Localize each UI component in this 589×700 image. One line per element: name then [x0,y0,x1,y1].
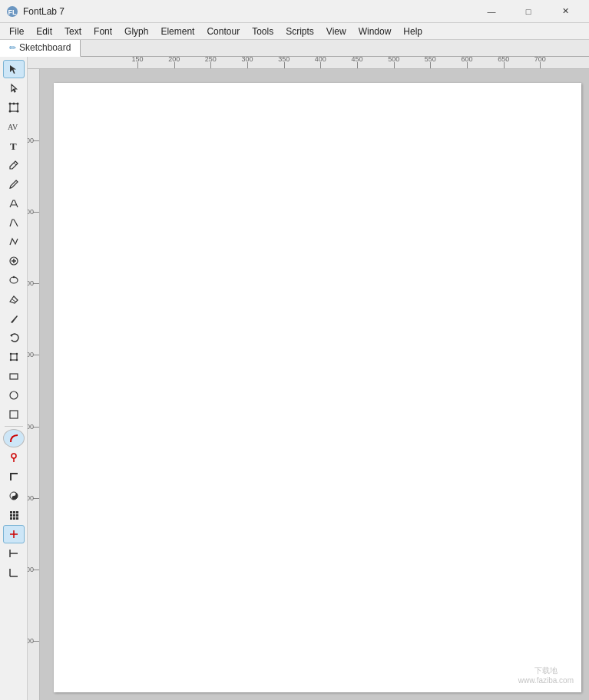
canvas-wrapper[interactable]: 150200250300350400450500550600650700 100… [28,57,589,700]
ruler-label-h: 400 [315,57,326,63]
ruler-tick-h [467,62,468,68]
app-title: FontLab 7 [23,6,474,17]
ruler-label-h: 350 [278,57,290,63]
svg-rect-35 [13,514,15,517]
svg-rect-33 [16,511,18,513]
ruler-label-h: 450 [351,57,362,63]
yin-yang-tool[interactable] [3,487,25,505]
svg-line-17 [12,299,15,302]
brush-tool[interactable] [3,175,25,193]
ruler-label-v: 700 [28,208,34,216]
menu-item-window[interactable]: Window [352,23,398,40]
corner-round-tool[interactable] [3,429,25,447]
svg-point-7 [12,103,15,105]
pin-tool[interactable] [3,448,25,467]
ruler-tick-h [284,62,285,68]
rectangle-tool[interactable] [3,367,25,385]
transform-tool[interactable] [3,98,25,117]
menu-item-file[interactable]: File [3,23,30,40]
toolbar: AVT [0,57,28,700]
svg-rect-31 [10,511,12,513]
tab-sketchboard[interactable]: ✏Sketchboard [0,40,81,57]
menu-item-font[interactable]: Font [88,23,118,40]
ruler-label-v: 600 [28,279,34,287]
add-point-tool[interactable] [3,252,25,270]
ruler-tick-v [33,140,39,141]
arrow-select-tool[interactable] [3,79,25,97]
ruler-tool-tool[interactable] [3,544,25,563]
ruler-label-v: 200 [28,566,34,573]
svg-point-24 [10,391,18,399]
svg-point-19 [9,353,11,355]
canvas-page [54,83,581,692]
transform-box-tool[interactable] [3,348,25,366]
svg-rect-18 [11,354,17,360]
maximize-button[interactable]: □ [511,0,546,23]
svg-rect-37 [10,517,12,520]
svg-rect-32 [13,511,15,513]
ruler-tick-v [33,570,39,570]
menu-item-scripts[interactable]: Scripts [280,23,320,40]
minimize-button[interactable]: — [474,0,509,23]
ellipse-tool-tool[interactable] [3,271,25,289]
text-tool-tool[interactable]: T [3,137,25,155]
circle-tool[interactable] [3,386,25,404]
tab-bar: ✏Sketchboard [0,40,589,57]
ruler-tick-h [137,62,138,68]
svg-point-21 [9,359,11,361]
ruler-label-h: 150 [131,57,143,63]
ruler-label-h: 600 [461,57,472,63]
svg-point-20 [15,353,17,355]
cross-tool[interactable] [3,525,25,543]
pen-x-tool[interactable] [3,233,25,251]
menu-bar: FileEditTextFontGlyphElementContourTools… [0,23,589,40]
menu-item-edit[interactable]: Edit [30,23,58,40]
ruler-tick-h [540,62,541,68]
menu-item-text[interactable]: Text [58,23,88,40]
app-icon: FL [6,5,18,18]
tab-label: Sketchboard [19,42,71,53]
ruler-label-h: 700 [534,57,546,63]
svg-point-22 [15,359,17,361]
square-tool[interactable] [3,405,25,424]
anchor-tool[interactable] [3,563,25,582]
svg-text:T: T [10,140,17,151]
pencil-tool[interactable] [3,156,25,174]
svg-rect-39 [16,517,18,520]
menu-item-element[interactable]: Element [154,23,200,40]
grid-tool[interactable] [3,506,25,524]
menu-item-contour[interactable]: Contour [200,23,246,40]
erase-tool[interactable] [3,290,25,309]
ruler-label-h: 650 [498,57,509,63]
ruler-label-h: 500 [388,57,399,63]
knife-tool[interactable] [3,309,25,328]
ruler-tick-h [210,62,211,68]
ruler-left: 100200300400500600700800 [28,69,40,700]
svg-point-6 [16,111,18,113]
window-controls: — □ ✕ [474,0,583,23]
ruler-label-h: 550 [425,57,436,63]
svg-rect-23 [10,374,18,379]
ruler-tick-h [247,62,248,68]
svg-point-30 [13,497,15,499]
pen-tool[interactable] [3,194,25,213]
ruler-tick-h [320,62,321,68]
corner-l-tool[interactable] [3,467,25,486]
canvas[interactable] [40,69,589,700]
menu-item-tools[interactable]: Tools [246,23,280,40]
tool-separator [5,426,23,427]
menu-item-glyph[interactable]: Glyph [118,23,154,40]
rotate-tool[interactable] [3,329,25,347]
ruler-tick-v [33,212,39,213]
ruler-tick-v [33,283,39,284]
pointer-select-tool[interactable] [3,60,25,78]
watermark: 下载地 www.faziba.com [518,665,574,685]
svg-point-15 [10,277,18,283]
ruler-label-v: 300 [28,494,34,502]
menu-item-view[interactable]: View [320,23,352,40]
menu-item-help[interactable]: Help [397,23,429,40]
pen-s-tool[interactable] [3,213,25,232]
kerning-tool[interactable]: AV [3,117,25,136]
close-button[interactable]: ✕ [548,0,583,23]
ruler-label-v: 100 [28,637,34,645]
